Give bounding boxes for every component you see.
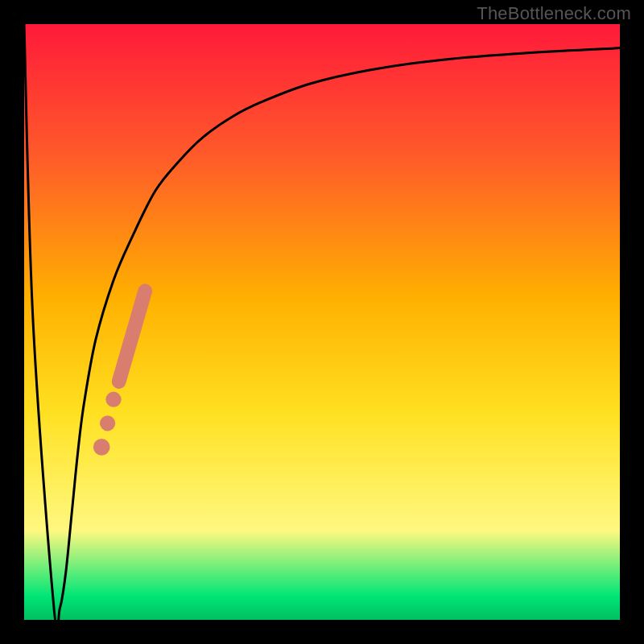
chart-frame <box>24 24 620 620</box>
gradient-background <box>24 24 620 620</box>
marker-dot <box>93 439 110 456</box>
marker-dot <box>100 415 115 431</box>
watermark-text: TheBottleneck.com <box>477 3 631 24</box>
bottleneck-chart <box>24 24 620 620</box>
marker-dot <box>105 392 121 407</box>
